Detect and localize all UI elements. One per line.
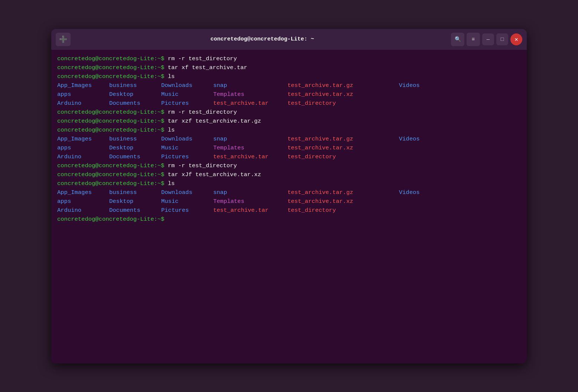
command: ls xyxy=(168,127,175,133)
list-item: Videos xyxy=(399,188,451,197)
list-item xyxy=(399,206,451,215)
prompt: concretedog@concretedog-Lite:~$ xyxy=(57,109,168,116)
terminal-line: concretedog@concretedog-Lite:~$ rm -r te… xyxy=(57,161,521,170)
list-item: Music xyxy=(161,143,213,152)
ls-output-1: App_Images business Downloads snap test_… xyxy=(57,81,521,108)
prompt: concretedog@concretedog-Lite:~$ xyxy=(57,55,168,62)
menu-button[interactable]: ≡ xyxy=(467,33,480,46)
list-item: Downloads xyxy=(161,81,213,90)
list-item: Templates xyxy=(213,90,288,99)
terminal-line: concretedog@concretedog-Lite:~$ ls xyxy=(57,179,521,188)
list-item: Pictures xyxy=(161,99,213,108)
prompt: concretedog@concretedog-Lite:~$ xyxy=(57,180,168,187)
list-item xyxy=(399,197,451,206)
close-button[interactable]: ✕ xyxy=(510,33,522,45)
list-item: Desktop xyxy=(109,143,161,152)
list-item xyxy=(399,152,451,161)
list-item: Documents xyxy=(109,99,161,108)
list-item: test_directory xyxy=(288,206,399,215)
list-item: Desktop xyxy=(109,197,161,206)
prompt: concretedog@concretedog-Lite:~$ xyxy=(57,118,168,124)
terminal-window: ➕ concretedog@concretedog-Lite: ~ 🔍 ≡ — … xyxy=(51,29,527,363)
terminal-line: concretedog@concretedog-Lite:~$ tar xzf … xyxy=(57,117,521,126)
minimize-icon: — xyxy=(487,36,490,42)
list-item: Documents xyxy=(109,206,161,215)
list-item: Documents xyxy=(109,152,161,161)
prompt: concretedog@concretedog-Lite:~$ xyxy=(57,162,168,169)
list-item: Videos xyxy=(399,135,451,143)
list-item: test_archive.tar xyxy=(213,99,288,108)
list-item: Music xyxy=(161,197,213,206)
command: rm -r test_directory xyxy=(168,109,237,116)
list-item xyxy=(399,99,451,108)
terminal-line: concretedog@concretedog-Lite:~$ tar xf t… xyxy=(57,63,521,72)
minimize-button[interactable]: — xyxy=(482,33,494,45)
new-tab-button[interactable]: ➕ xyxy=(56,33,71,46)
list-item: App_Images xyxy=(57,188,109,197)
list-item: snap xyxy=(213,135,288,143)
list-item: business xyxy=(109,135,161,143)
command: tar xf test_archive.tar xyxy=(168,64,247,71)
titlebar: ➕ concretedog@concretedog-Lite: ~ 🔍 ≡ — … xyxy=(51,29,527,50)
list-item: Pictures xyxy=(161,206,213,215)
prompt: concretedog@concretedog-Lite:~$ xyxy=(57,64,168,71)
list-item: business xyxy=(109,188,161,197)
prompt: concretedog@concretedog-Lite:~$ xyxy=(57,73,168,80)
list-item: test_archive.tar.xz xyxy=(288,143,399,152)
list-item: Pictures xyxy=(161,152,213,161)
list-item: test_directory xyxy=(288,152,399,161)
close-icon: ✕ xyxy=(514,36,518,43)
list-item: test_archive.tar.gz xyxy=(288,81,399,90)
maximize-icon: □ xyxy=(501,36,504,42)
list-item: apps xyxy=(57,143,109,152)
command: tar xJf test_archive.tar.xz xyxy=(168,171,261,178)
list-item: apps xyxy=(57,90,109,99)
list-item: snap xyxy=(213,81,288,90)
list-item: test_archive.tar xyxy=(213,206,288,215)
terminal-line: concretedog@concretedog-Lite:~$ ls xyxy=(57,72,521,81)
list-item: Templates xyxy=(213,143,288,152)
list-item: Templates xyxy=(213,197,288,206)
list-item: Arduino xyxy=(57,99,109,108)
command: rm -r test_directory xyxy=(168,55,237,62)
list-item: apps xyxy=(57,197,109,206)
list-item: Arduino xyxy=(57,152,109,161)
list-item: App_Images xyxy=(57,135,109,143)
terminal-body[interactable]: concretedog@concretedog-Lite:~$ rm -r te… xyxy=(51,50,527,363)
list-item: snap xyxy=(213,188,288,197)
terminal-line: concretedog@concretedog-Lite:~$ rm -r te… xyxy=(57,54,521,63)
prompt: concretedog@concretedog-Lite:~$ xyxy=(57,127,168,133)
list-item: business xyxy=(109,81,161,90)
maximize-button[interactable]: □ xyxy=(496,33,508,45)
list-item xyxy=(399,143,451,152)
list-item: test_directory xyxy=(288,99,399,108)
terminal-line: concretedog@concretedog-Lite:~$ tar xJf … xyxy=(57,170,521,179)
list-item: test_archive.tar.gz xyxy=(288,135,399,143)
command: ls xyxy=(168,73,175,80)
search-button[interactable]: 🔍 xyxy=(451,33,464,46)
terminal-line: concretedog@concretedog-Lite:~$ ls xyxy=(57,126,521,135)
list-item: test_archive.tar.xz xyxy=(288,90,399,99)
list-item: Downloads xyxy=(161,188,213,197)
command: rm -r test_directory xyxy=(168,162,237,169)
command: ls xyxy=(168,180,175,187)
ls-output-2: App_Images business Downloads snap test_… xyxy=(57,135,521,161)
menu-icon: ≡ xyxy=(472,36,475,42)
window-title: concretedog@concretedog-Lite: ~ xyxy=(74,36,451,42)
search-icon: 🔍 xyxy=(455,36,461,42)
list-item: test_archive.tar.gz xyxy=(288,188,399,197)
list-item: Videos xyxy=(399,81,451,90)
new-tab-icon: ➕ xyxy=(59,35,67,43)
list-item: test_archive.tar xyxy=(213,152,288,161)
command: tar xzf test_archive.tar.gz xyxy=(168,118,261,124)
prompt: concretedog@concretedog-Lite:~$ xyxy=(57,216,168,223)
list-item: Music xyxy=(161,90,213,99)
list-item xyxy=(399,90,451,99)
list-item: Downloads xyxy=(161,135,213,143)
prompt: concretedog@concretedog-Lite:~$ xyxy=(57,171,168,178)
ls-output-3: App_Images business Downloads snap test_… xyxy=(57,188,521,215)
list-item: App_Images xyxy=(57,81,109,90)
terminal-line: concretedog@concretedog-Lite:~$ rm -r te… xyxy=(57,108,521,117)
window-controls: 🔍 ≡ — □ ✕ xyxy=(451,33,522,46)
list-item: Arduino xyxy=(57,206,109,215)
